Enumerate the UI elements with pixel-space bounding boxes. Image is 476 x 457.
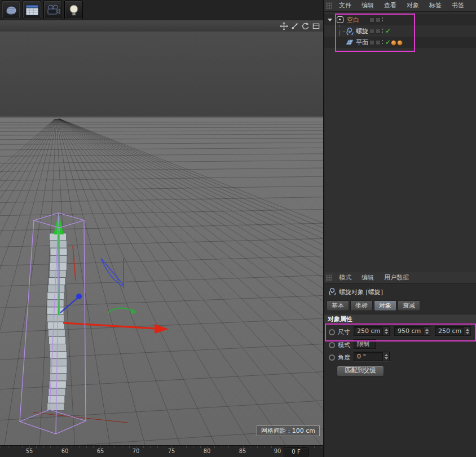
section-object-properties: 对象属性 <box>324 314 476 323</box>
match-to-parent-button[interactable]: 匹配到父级 <box>337 366 384 376</box>
editor-visibility-dot[interactable] <box>369 40 374 45</box>
menu-tag[interactable]: 标签 <box>424 0 447 11</box>
size-y-input[interactable]: 950 cm <box>394 326 430 336</box>
keyframe-ring-icon[interactable] <box>329 354 335 361</box>
mode-label: 模式 <box>338 341 350 349</box>
spinner-icon[interactable] <box>382 352 389 361</box>
camera-glyph <box>46 3 60 17</box>
z-axis-handle <box>76 294 82 299</box>
angle-value: 0 ° <box>357 353 366 360</box>
light-icon[interactable] <box>64 1 83 19</box>
angle-property-row: 角度 0 ° <box>324 352 476 363</box>
tab-basic[interactable]: 基本 <box>327 300 349 311</box>
rotate-icon[interactable] <box>301 21 310 30</box>
spiral-object-icon <box>328 287 336 295</box>
ruler-tick: 80 <box>200 448 214 454</box>
tab-falloff[interactable]: 衰减 <box>398 300 420 311</box>
object-label[interactable]: 空白 <box>347 16 359 24</box>
green-handle-arrowhead <box>131 308 136 314</box>
object-label[interactable]: 螺旋 <box>356 27 368 36</box>
blue-profile-spline <box>101 258 124 289</box>
ruler-tick: 60 <box>58 448 72 454</box>
menu-edit[interactable]: 编辑 <box>356 0 379 11</box>
menu-file[interactable]: 文件 <box>334 0 356 11</box>
size-property-row: 尺寸 250 cm 950 cm 250 cm <box>324 326 476 338</box>
render-visibility-dot[interactable] <box>376 40 381 45</box>
attribute-title-row: 螺旋对象 [螺旋] <box>324 287 476 296</box>
pan-icon[interactable] <box>279 21 288 30</box>
object-row-null[interactable]: 空白 <box>324 14 476 25</box>
size-z-input[interactable]: 250 cm <box>435 326 471 336</box>
mode-value: 限制 <box>357 340 369 348</box>
editor-visibility-dot[interactable] <box>369 29 374 34</box>
menu-edit[interactable]: 编辑 <box>356 272 379 283</box>
plane-object-icon <box>346 38 354 46</box>
application-window: 网格间距 : 100 cm 55 60 65 70 75 80 85 90 0 … <box>0 0 476 457</box>
axis-gizmo <box>54 213 169 334</box>
angle-label: 角度 <box>338 353 350 362</box>
mode-dropdown[interactable]: 限制 <box>354 339 376 349</box>
tab-coordinates[interactable]: 坐标 <box>350 300 373 311</box>
mode-property-row: 模式 限制 <box>324 339 476 350</box>
sculpt-tool-icon[interactable] <box>2 1 20 19</box>
timeline-ruler[interactable]: 55 60 65 70 75 80 85 90 0 F <box>0 445 323 457</box>
spiral-object-icon <box>346 27 354 35</box>
angle-input[interactable]: 0 ° <box>354 352 390 361</box>
light-glyph <box>67 3 81 17</box>
viewport-area: 网格间距 : 100 cm 55 60 65 70 75 80 85 90 0 … <box>0 0 323 457</box>
keyframe-ring-icon[interactable] <box>329 329 335 335</box>
menu-bookmark[interactable]: 书签 <box>447 0 469 11</box>
attribute-manager: 模式 编辑 用户数据 螺旋对象 [螺旋] 基本 坐标 对象 衰减 对象属性 尺 <box>324 272 476 457</box>
main-toolbar <box>0 0 323 20</box>
right-panel: 文件 编辑 查看 对象 标签 书签 空白 <box>323 0 476 457</box>
panel-grip-icon[interactable] <box>326 274 332 281</box>
drag-grip-icon <box>382 29 383 30</box>
viewport-3d[interactable]: 网格间距 : 100 cm <box>0 32 323 445</box>
object-row-spiral[interactable]: 螺旋 ✓ <box>324 25 476 37</box>
render-visibility-dot[interactable] <box>376 17 381 23</box>
attribute-title: 螺旋对象 [螺旋] <box>339 288 383 296</box>
menu-userdata[interactable]: 用户数据 <box>379 272 414 283</box>
spinner-icon[interactable] <box>382 327 389 335</box>
frame-number-field[interactable]: 0 F <box>284 447 308 456</box>
menu-object[interactable]: 对象 <box>402 0 424 11</box>
ruler-tick: 55 <box>23 448 36 454</box>
ruler-tick: 75 <box>165 448 178 454</box>
spinner-icon[interactable] <box>423 327 430 335</box>
viewport-nav-controls <box>279 21 320 30</box>
ruler-tick: 70 <box>129 448 143 454</box>
object-manager-menubar: 文件 编辑 查看 对象 标签 书签 <box>324 0 476 12</box>
null-object-icon <box>337 16 343 23</box>
size-x-value: 250 cm <box>357 327 380 335</box>
maximize-icon[interactable] <box>311 21 320 30</box>
tab-object[interactable]: 对象 <box>374 300 396 311</box>
size-z-value: 250 cm <box>438 327 461 335</box>
viewport-layout-icon[interactable] <box>23 1 41 19</box>
menu-mode[interactable]: 模式 <box>334 272 356 283</box>
menu-view[interactable]: 查看 <box>379 0 402 11</box>
tag-icon[interactable] <box>397 40 403 46</box>
object-tree[interactable]: 空白 螺旋 ✓ <box>324 12 476 273</box>
spinner-icon[interactable] <box>464 327 470 335</box>
attribute-menubar: 模式 编辑 用户数据 <box>324 272 476 284</box>
object-row-plane[interactable]: 平面 ✓ <box>324 37 476 48</box>
drag-grip-icon <box>382 40 383 41</box>
size-label: 尺寸 <box>338 328 350 336</box>
panel-grip-icon[interactable] <box>326 2 332 9</box>
editor-visibility-dot[interactable] <box>369 17 374 23</box>
ruler-tick: 65 <box>94 448 107 454</box>
render-visibility-dot[interactable] <box>376 29 381 34</box>
ruler-tick: 90 <box>271 448 284 454</box>
size-x-input[interactable]: 250 cm <box>354 326 390 336</box>
dolly-icon[interactable] <box>290 21 299 30</box>
enabled-check-icon[interactable]: ✓ <box>385 27 391 35</box>
camera-icon[interactable] <box>43 1 62 19</box>
size-y-value: 950 cm <box>398 327 421 335</box>
enabled-check-icon[interactable]: ✓ <box>385 38 391 46</box>
keyframe-ring-icon[interactable] <box>329 342 335 348</box>
grid-spacing-label: 网格间距 : 100 cm <box>257 425 320 436</box>
tag-icon[interactable] <box>391 40 396 46</box>
viewport-layout-glyph <box>25 3 39 17</box>
expander-icon[interactable] <box>328 19 332 21</box>
object-label[interactable]: 平面 <box>356 38 368 47</box>
